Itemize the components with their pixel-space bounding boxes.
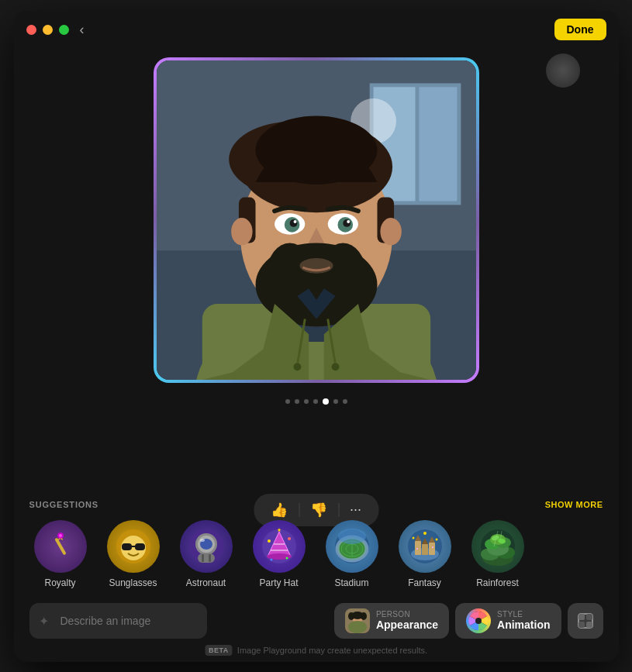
dot-1[interactable] bbox=[285, 399, 290, 404]
suggestion-astronaut[interactable]: Astronaut bbox=[175, 520, 237, 588]
astronaut-icon bbox=[180, 520, 233, 573]
svg-rect-106 bbox=[586, 614, 592, 620]
done-button[interactable]: Done bbox=[554, 19, 606, 40]
svg-point-33 bbox=[331, 363, 339, 370]
sunglasses-label: Sunglasses bbox=[109, 577, 157, 588]
svg-rect-50 bbox=[202, 554, 204, 562]
svg-point-22 bbox=[343, 219, 351, 227]
svg-point-60 bbox=[288, 537, 291, 540]
svg-point-21 bbox=[289, 219, 297, 227]
svg-point-38 bbox=[59, 534, 62, 537]
svg-point-99 bbox=[361, 612, 367, 620]
rainforest-icon bbox=[471, 520, 524, 573]
person-button[interactable]: PERSON Appearance bbox=[334, 603, 449, 639]
suggestions-grid: Royalty Sungla bbox=[29, 520, 603, 588]
person-sublabel: PERSON bbox=[376, 610, 410, 619]
dot-2[interactable] bbox=[295, 399, 299, 404]
stadium-label: Stadium bbox=[334, 577, 368, 588]
svg-point-69 bbox=[338, 529, 366, 544]
svg-rect-74 bbox=[422, 544, 428, 555]
close-button[interactable] bbox=[26, 25, 36, 35]
image-frame bbox=[154, 57, 479, 383]
suggestion-partyhat[interactable]: Party Hat bbox=[248, 520, 310, 588]
rainforest-label: Rainforest bbox=[476, 577, 519, 588]
person-avatar-preview bbox=[345, 608, 370, 633]
sunglasses-icon bbox=[107, 520, 160, 573]
svg-rect-41 bbox=[122, 543, 132, 550]
svg-point-23 bbox=[293, 220, 296, 223]
beta-notice: BETA Image Playground may create unexpec… bbox=[205, 645, 427, 656]
suggestions-section: SUGGESTIONS SHOW MORE Royalty bbox=[29, 500, 603, 588]
style-text: STYLE Animation bbox=[497, 610, 550, 631]
suggestions-header: SUGGESTIONS SHOW MORE bbox=[29, 500, 603, 509]
bottom-bar: ✦ PERSON Appearance bbox=[29, 603, 603, 639]
astronaut-label: Astronaut bbox=[186, 577, 226, 588]
dot-5[interactable] bbox=[323, 398, 329, 405]
stadium-icon bbox=[326, 520, 378, 573]
svg-rect-105 bbox=[578, 614, 585, 620]
svg-rect-107 bbox=[578, 622, 585, 628]
style-mainlabel: Animation bbox=[497, 619, 550, 631]
back-button[interactable]: ‹ bbox=[80, 22, 85, 38]
svg-rect-4 bbox=[419, 87, 457, 201]
royalty-icon bbox=[34, 520, 87, 573]
pagination-dots bbox=[285, 398, 347, 405]
show-more-button[interactable]: SHOW MORE bbox=[545, 500, 603, 509]
svg-point-100 bbox=[348, 621, 367, 633]
avatar-circle bbox=[546, 53, 580, 88]
svg-point-59 bbox=[268, 539, 271, 543]
royalty-label: Royalty bbox=[44, 577, 75, 588]
partyhat-label: Party Hat bbox=[259, 577, 298, 588]
svg-rect-72 bbox=[415, 541, 421, 555]
fantasy-label: Fantasy bbox=[408, 577, 441, 588]
dot-6[interactable] bbox=[333, 399, 338, 404]
svg-rect-76 bbox=[429, 543, 435, 555]
svg-point-61 bbox=[285, 557, 288, 559]
svg-point-32 bbox=[293, 363, 301, 370]
beta-notice-text: Image Playground may create unexpected r… bbox=[237, 646, 427, 655]
describe-icon: ✦ bbox=[39, 613, 49, 628]
gallery-icon bbox=[578, 613, 593, 629]
svg-point-24 bbox=[347, 220, 350, 223]
dot-7[interactable] bbox=[343, 399, 347, 404]
suggestion-stadium[interactable]: Stadium bbox=[321, 520, 383, 588]
traffic-lights bbox=[26, 25, 69, 35]
svg-rect-35 bbox=[54, 537, 66, 555]
svg-point-81 bbox=[416, 548, 418, 550]
suggestion-rainforest[interactable]: Rainforest bbox=[467, 520, 529, 588]
svg-rect-42 bbox=[135, 543, 145, 550]
style-sublabel: STYLE bbox=[497, 610, 523, 619]
svg-point-15 bbox=[231, 218, 252, 245]
beta-badge: BETA bbox=[205, 645, 233, 656]
svg-point-48 bbox=[200, 539, 205, 542]
main-image-area bbox=[154, 57, 479, 383]
suggestion-sunglasses[interactable]: Sunglasses bbox=[102, 520, 164, 588]
app-window: ‹ Done bbox=[14, 11, 619, 662]
svg-point-29 bbox=[299, 258, 333, 274]
svg-point-62 bbox=[270, 558, 272, 560]
dot-4[interactable] bbox=[313, 399, 318, 404]
partyhat-icon bbox=[253, 520, 306, 573]
svg-point-79 bbox=[435, 538, 437, 540]
person-text: PERSON Appearance bbox=[376, 610, 438, 631]
suggestion-royalty[interactable]: Royalty bbox=[29, 520, 92, 588]
maximize-button[interactable] bbox=[59, 25, 69, 35]
style-button[interactable]: STYLE Animation bbox=[455, 603, 561, 639]
gallery-button[interactable] bbox=[568, 603, 603, 639]
fantasy-icon bbox=[399, 520, 451, 573]
generated-image bbox=[157, 60, 476, 380]
dot-3[interactable] bbox=[304, 399, 309, 404]
svg-rect-51 bbox=[209, 554, 211, 562]
svg-point-80 bbox=[423, 532, 427, 535]
describe-input[interactable] bbox=[29, 603, 207, 639]
svg-point-103 bbox=[475, 618, 482, 624]
svg-point-16 bbox=[380, 218, 401, 245]
minimize-button[interactable] bbox=[43, 25, 53, 35]
suggestions-label: SUGGESTIONS bbox=[29, 500, 98, 509]
title-bar: ‹ Done bbox=[14, 11, 619, 50]
person-mainlabel: Appearance bbox=[376, 619, 438, 631]
svg-rect-49 bbox=[198, 553, 215, 563]
suggestion-fantasy[interactable]: Fantasy bbox=[394, 520, 456, 588]
style-icon bbox=[466, 608, 491, 633]
svg-rect-108 bbox=[586, 622, 592, 628]
